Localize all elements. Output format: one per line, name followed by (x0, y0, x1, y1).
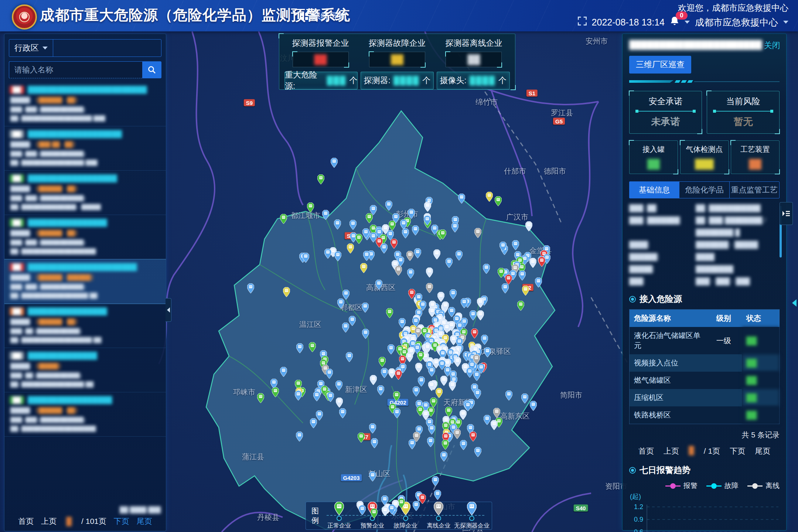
map-marker[interactable] (432, 476, 439, 486)
map-marker[interactable] (430, 398, 437, 407)
map-marker[interactable] (388, 368, 395, 378)
map-marker[interactable] (454, 429, 461, 439)
map-marker[interactable] (530, 401, 537, 411)
map-marker[interactable] (385, 201, 392, 211)
map-marker[interactable] (428, 381, 435, 391)
map-marker[interactable] (409, 439, 416, 449)
map-marker[interactable] (381, 243, 388, 253)
map-marker[interactable] (377, 385, 384, 395)
map-marker[interactable] (519, 270, 526, 280)
map-marker[interactable] (369, 423, 376, 433)
map-marker[interactable] (471, 328, 478, 338)
map-marker[interactable] (337, 299, 344, 308)
enterprise-list-item[interactable]: ███████████████████████: 【██████ - ██】██… (4, 215, 166, 259)
map-marker[interactable] (428, 424, 435, 434)
map-marker[interactable] (414, 248, 421, 258)
map-marker[interactable] (466, 368, 473, 378)
map-marker[interactable] (349, 316, 356, 326)
page-prev[interactable]: 上页 (41, 516, 57, 526)
map-marker[interactable] (445, 407, 452, 417)
map-marker[interactable] (335, 381, 342, 391)
page-first[interactable]: 首页 (18, 516, 34, 526)
map-marker[interactable] (322, 210, 329, 220)
map-marker[interactable] (280, 367, 287, 377)
map-marker[interactable] (491, 420, 498, 430)
map-marker[interactable] (502, 283, 509, 293)
table-row[interactable]: 视频接入点位██ (630, 354, 780, 372)
map-marker[interactable] (309, 342, 316, 352)
map-marker[interactable] (440, 376, 447, 386)
map-marker[interactable] (446, 258, 453, 268)
map-marker[interactable] (402, 228, 409, 238)
map-marker[interactable] (535, 277, 542, 287)
map-marker[interactable] (525, 221, 532, 231)
table-row[interactable]: 铁路栈桥区██ (630, 406, 780, 424)
map-marker[interactable] (454, 357, 461, 367)
page-next[interactable]: 下页 (114, 516, 129, 526)
map-marker[interactable] (382, 506, 389, 516)
bell-caret-icon[interactable] (685, 21, 690, 24)
map-marker[interactable] (360, 263, 367, 273)
map-marker[interactable] (362, 303, 369, 313)
map-marker[interactable] (424, 215, 431, 225)
table-row[interactable]: 液化石油气储罐区单元一级██ (630, 327, 780, 354)
map-marker[interactable] (529, 258, 536, 268)
fullscreen-icon[interactable] (578, 17, 587, 28)
table-page-first[interactable]: 首页 (638, 446, 654, 456)
map-marker[interactable] (395, 370, 402, 380)
map-marker[interactable] (346, 352, 353, 362)
trend-legend-item[interactable]: 报警 (665, 481, 698, 491)
enterprise-list-item[interactable]: █████████████████████: 【█████】███: ██ (█… (4, 348, 166, 392)
map-marker[interactable] (334, 251, 341, 261)
enterprise-list-item[interactable]: ███████████████████████████████: 【██████… (4, 82, 166, 126)
map-marker[interactable] (371, 438, 378, 448)
map-marker[interactable] (388, 344, 395, 354)
map-marker[interactable] (486, 192, 493, 202)
enterprise-list-item[interactable]: ████████████████████████: 【██████ - ██】█… (4, 392, 166, 437)
map-marker[interactable] (412, 225, 419, 235)
system-nav-button[interactable]: 系统导航 (301, 10, 347, 22)
map-marker[interactable] (419, 494, 426, 504)
map-marker[interactable] (379, 357, 386, 367)
map-marker[interactable] (406, 352, 413, 362)
map-marker[interactable] (449, 381, 456, 391)
map-marker[interactable] (484, 415, 491, 425)
map-marker[interactable] (324, 249, 331, 259)
map-marker[interactable] (381, 368, 388, 378)
map-marker[interactable] (436, 388, 443, 398)
map-marker[interactable] (375, 280, 382, 290)
map-marker[interactable] (473, 371, 480, 381)
map-marker[interactable] (295, 391, 302, 400)
map-marker[interactable] (437, 292, 444, 302)
map-marker[interactable] (522, 286, 529, 296)
map-marker[interactable] (366, 213, 373, 223)
map-marker[interactable] (355, 234, 362, 244)
map-marker[interactable] (362, 228, 369, 238)
map-marker[interactable] (358, 433, 365, 443)
map-marker[interactable] (342, 290, 349, 300)
enterprise-list-item[interactable]: ███████████████████████: 【██████ - ██】██… (4, 304, 166, 348)
user-caret-icon[interactable] (783, 21, 788, 24)
close-button[interactable]: 关闭 (764, 40, 780, 51)
map-marker[interactable] (439, 229, 446, 239)
map-marker[interactable] (395, 266, 402, 276)
map-marker[interactable] (426, 283, 433, 293)
map-marker[interactable] (440, 451, 447, 461)
map-marker[interactable] (331, 158, 338, 168)
tab-1[interactable]: 基础信息 (630, 182, 679, 198)
enterprise-list-item[interactable]: ██████████████████████████: 【███ ██ - ██… (4, 126, 166, 171)
map-marker[interactable] (470, 310, 477, 320)
map-marker[interactable] (428, 366, 435, 376)
search-input[interactable] (9, 61, 142, 78)
map-marker[interactable] (280, 214, 287, 224)
map-marker[interactable] (498, 268, 505, 278)
map-marker[interactable] (456, 250, 463, 260)
map-marker[interactable] (317, 174, 324, 184)
map-marker[interactable] (433, 249, 440, 259)
region-value-field[interactable] (53, 40, 161, 57)
map-marker[interactable] (474, 228, 481, 238)
map-marker[interactable] (427, 437, 434, 447)
map-marker[interactable] (424, 202, 431, 212)
map-marker[interactable] (426, 267, 433, 277)
map-marker[interactable] (470, 432, 477, 441)
